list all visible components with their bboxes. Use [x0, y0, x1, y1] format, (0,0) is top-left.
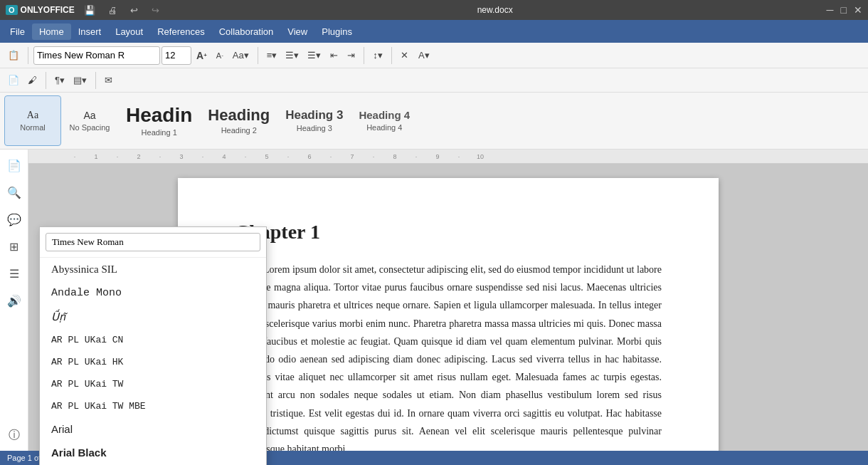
app-logo: O ONLYOFFICE [6, 5, 75, 15]
style-normal-label: Normal [20, 123, 45, 132]
file-name: new.docx [477, 5, 513, 15]
format-paint-button[interactable]: 🖌 [24, 71, 41, 90]
style-heading4-label: Heading 4 [366, 123, 402, 132]
toolbar-row1: 📋 A+ A- Aa▾ ≡▾ ☰▾ ☰▾ ⇤ ⇥ ↕▾ ✕ A▾ [0, 43, 868, 68]
logo-icon: O [6, 5, 18, 15]
font-item-arial[interactable]: Arial [40, 417, 266, 441]
app-name: ONLYOFFICE [21, 5, 75, 15]
toolbar-row2: 📄 🖌 ¶▾ ▤▾ ✉ [0, 68, 868, 93]
style-heading3-label: Heading 3 [297, 124, 332, 132]
font-group: A+ A- Aa▾ [33, 46, 253, 65]
redo-button[interactable]: ↪ [148, 1, 164, 19]
sep3 [364, 47, 364, 64]
sidebar-speaker-icon[interactable]: 🔊 [3, 289, 26, 312]
number-list-button[interactable]: ☰▾ [282, 46, 302, 65]
style-heading3-preview: Heading 3 [285, 109, 343, 121]
sidebar-comment-icon[interactable]: 💬 [3, 208, 26, 231]
title-bar: O ONLYOFFICE 💾 🖨 ↩ ↪ new.docx ─ □ ✕ [0, 0, 868, 20]
window-controls: ─ □ ✕ [827, 4, 862, 16]
print-button[interactable]: 🖨 [105, 1, 121, 19]
decrease-font-button[interactable]: A- [212, 46, 228, 65]
line-spacing-button[interactable]: ↕▾ [369, 46, 386, 65]
font-item-ar-pl-ukai-tw-mbe[interactable]: AR PL UKai TW MBE [40, 395, 266, 417]
font-item-ar-pl-ukai-cn[interactable]: AR PL UKai CN [40, 329, 266, 351]
minimize-icon[interactable]: ─ [827, 4, 834, 16]
style-heading3[interactable]: Heading 3 Heading 3 [277, 95, 351, 146]
font-item-abyssinica[interactable]: Abyssinica SIL [40, 258, 266, 281]
sep4 [391, 47, 392, 64]
sidebar-list-icon[interactable]: ☰ [3, 262, 26, 285]
change-case-button[interactable]: Aa▾ [229, 46, 253, 65]
increase-font-button[interactable]: A+ [193, 46, 211, 65]
decrease-indent-button[interactable]: ⇤ [326, 46, 342, 65]
sidebar-search-icon[interactable]: 🔍 [3, 181, 26, 204]
style-normal-preview: Aa [27, 110, 38, 120]
menu-collaboration[interactable]: Collaboration [212, 23, 281, 40]
undo-button[interactable]: ↩ [127, 1, 142, 19]
menu-home[interactable]: Home [32, 23, 71, 40]
font-item-andale[interactable]: Andale Mono [40, 281, 266, 305]
styles-bar: Aa Normal Aa No Spacing Headin Heading 1… [0, 93, 868, 150]
font-name-input[interactable] [33, 46, 160, 65]
menu-references[interactable]: References [150, 23, 211, 40]
sidebar-table-icon[interactable]: ⊞ [3, 235, 26, 258]
save-button[interactable]: 💾 [80, 1, 99, 19]
highlight-button[interactable]: A▾ [414, 46, 434, 65]
mail-merge-button[interactable]: ✉ [101, 71, 117, 90]
font-list: Abyssinica SIL Andale Mono Ṹṛĩ AR PL UKa… [40, 258, 266, 465]
list-group: ≡▾ ☰▾ ☰▾ ⇤ ⇥ [263, 46, 359, 65]
copy-button[interactable]: 📄 [4, 71, 23, 90]
style-normal[interactable]: Aa Normal [4, 95, 61, 146]
sep2 [258, 47, 258, 64]
maximize-icon[interactable]: □ [841, 4, 847, 16]
main-area: 📄 🔍 💬 ⊞ ☰ 🔊 ⓘ · 1 · 2 · 3 · 4 · 5 · 6 · [0, 150, 868, 451]
bullet-list-button[interactable]: ≡▾ [263, 46, 281, 65]
menu-plugins[interactable]: Plugins [314, 23, 359, 40]
style-no-spacing-preview: Aa [83, 110, 95, 120]
title-bar-left: O ONLYOFFICE 💾 🖨 ↩ ↪ [6, 1, 164, 19]
style-heading2[interactable]: Heading Heading 2 [200, 95, 277, 146]
multilevel-list-button[interactable]: ☰▾ [304, 46, 324, 65]
style-heading1[interactable]: Headin Heading 1 [118, 95, 200, 146]
font-item-ar-pl-ukai-hk[interactable]: AR PL UKai HK [40, 351, 266, 373]
format-group: ✕ A▾ [397, 46, 434, 65]
style-heading4[interactable]: Heading 4 Heading 4 [351, 95, 418, 146]
font-size-input[interactable] [162, 46, 191, 65]
body-paragraph: Lorem ipsum dolor sit amet, consectetur … [235, 261, 662, 451]
clear-format-button[interactable]: ✕ [397, 46, 413, 65]
font-item-ar-pl-ukai-tw[interactable]: AR PL UKai TW [40, 373, 266, 395]
font-search-area [40, 227, 266, 258]
menu-insert[interactable]: Insert [71, 23, 109, 40]
left-sidebar: 📄 🔍 💬 ⊞ ☰ 🔊 ⓘ [0, 150, 28, 451]
sep1 [28, 47, 28, 64]
menu-layout[interactable]: Layout [108, 23, 150, 40]
paste-button[interactable]: 📋 [4, 46, 23, 65]
shading-button[interactable]: ▤▾ [70, 71, 90, 90]
sep5 [46, 72, 46, 89]
clipboard-group: 📋 [4, 46, 23, 65]
sidebar-info-icon[interactable]: ⓘ [3, 424, 26, 446]
font-search-input[interactable] [46, 233, 260, 251]
style-no-spacing[interactable]: Aa No Spacing [61, 95, 118, 146]
mail-group: ✉ [101, 71, 117, 90]
chapter-title: Chapter 1 [235, 221, 662, 244]
close-icon[interactable]: ✕ [854, 4, 862, 16]
font-item-ari[interactable]: Ṹṛĩ [40, 305, 266, 329]
increase-indent-button[interactable]: ⇥ [343, 46, 359, 65]
style-heading1-label: Heading 1 [142, 128, 177, 137]
ruler: · 1 · 2 · 3 · 4 · 5 · 6 · 7 · 8 · 9 · 10 [28, 150, 868, 164]
paragraph-mark-button[interactable]: ¶▾ [51, 71, 68, 90]
sep6 [95, 72, 96, 89]
style-no-spacing-label: No Spacing [70, 123, 110, 132]
font-dropdown: Abyssinica SIL Andale Mono Ṹṛĩ AR PL UKa… [39, 226, 267, 465]
menu-view[interactable]: View [280, 23, 314, 40]
paragraph-group: ¶▾ ▤▾ [51, 71, 90, 90]
menu-file[interactable]: File [3, 23, 32, 40]
font-item-arial-black[interactable]: Arial Black [40, 441, 266, 464]
spacing-group: ↕▾ [369, 46, 386, 65]
page-body[interactable]: Lorem ipsum dolor sit amet, consectetur … [235, 261, 662, 451]
style-heading2-label: Heading 2 [221, 126, 257, 135]
menu-bar: File Home Insert Layout References Colla… [0, 20, 868, 43]
sidebar-file-icon[interactable]: 📄 [3, 154, 26, 177]
style-heading2-preview: Heading [208, 108, 270, 123]
